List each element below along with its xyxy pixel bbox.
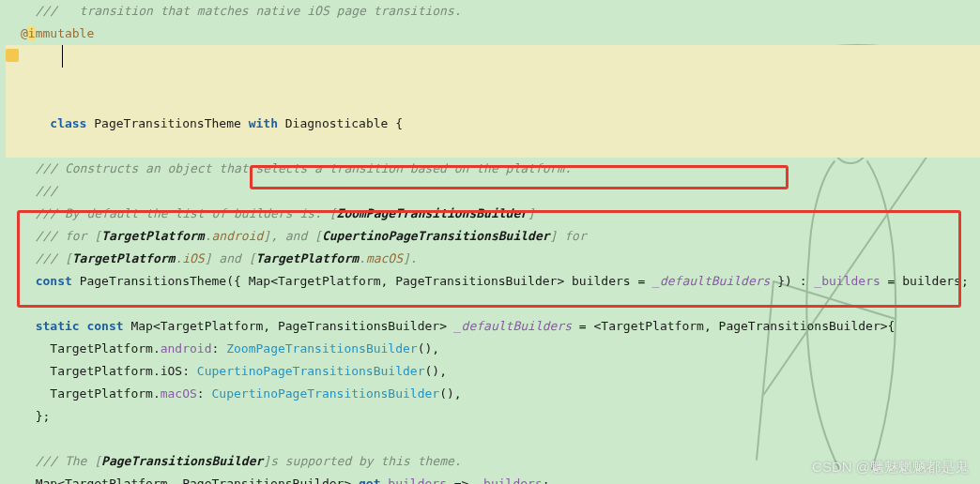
keyword-const: const xyxy=(36,274,72,288)
class-ref: CupertinoPageTransitionsBuilder xyxy=(197,364,425,378)
keyword-static: static xyxy=(36,319,80,333)
doc-link[interactable]: ZoomPageTransitionsBuilder xyxy=(337,206,528,220)
code-line: TargetPlatform.android: ZoomPageTransiti… xyxy=(6,338,980,360)
private-ref: _defaultBuilders xyxy=(652,274,770,288)
code-line-current: class PageTransitionsTheme with Diagnost… xyxy=(6,45,980,158)
private-ref: _defaultBuilders xyxy=(454,319,572,333)
code-line: /// [TargetPlatform.iOS] and [TargetPlat… xyxy=(6,248,980,270)
class-ref: ZoomPageTransitionsBuilder xyxy=(226,341,418,355)
code-line: /// for [TargetPlatform.android], and [C… xyxy=(6,225,980,248)
code-line-blank xyxy=(6,428,980,450)
doc-link[interactable]: TargetPlatform xyxy=(255,251,359,265)
gutter-warning-icon[interactable] xyxy=(6,49,19,62)
keyword-get: get xyxy=(359,476,380,484)
doc-link[interactable]: CupertinoPageTransitionsBuilder xyxy=(322,229,550,243)
code-line: /// By default the list of builders is: … xyxy=(6,203,980,225)
code-line: /// The [PageTransitionsBuilder]s suppor… xyxy=(6,450,980,473)
doc-comment: /// xyxy=(36,184,57,198)
code-line: @immutable xyxy=(6,23,980,45)
doc-comment: /// By default the list of builders is: xyxy=(36,206,329,220)
code-line: TargetPlatform.macOS: CupertinoPageTrans… xyxy=(6,383,980,405)
doc-link[interactable]: PageTransitionsBuilder xyxy=(101,454,263,468)
code-editor[interactable]: /// transition that matches native iOS p… xyxy=(0,0,980,484)
doc-comment: /// Constructs an object that selects a … xyxy=(36,161,572,175)
doc-comment: /// transition that matches native iOS p… xyxy=(36,4,462,18)
doc-link[interactable]: macOS xyxy=(366,251,403,265)
code-line: /// Constructs an object that selects a … xyxy=(6,158,980,180)
code-line: TargetPlatform.iOS: CupertinoPageTransit… xyxy=(6,360,980,383)
code-line: Map<TargetPlatform, PageTransitionsBuild… xyxy=(6,473,980,484)
doc-link[interactable]: TargetPlatform xyxy=(101,229,205,243)
code-line: /// transition that matches native iOS p… xyxy=(6,0,980,23)
code-line: }; xyxy=(6,405,980,428)
doc-link[interactable]: android xyxy=(212,229,264,243)
doc-link[interactable]: TargetPlatform xyxy=(72,251,176,265)
keyword-class: class xyxy=(50,116,86,130)
mixin-name: Diagnosticable xyxy=(285,116,389,130)
code-line-blank xyxy=(6,293,980,315)
code-line: static const Map<TargetPlatform, PageTra… xyxy=(6,315,980,338)
doc-link[interactable]: iOS xyxy=(182,251,204,265)
annotation-immutable: @immutable xyxy=(21,26,94,40)
code-line: /// xyxy=(6,180,980,203)
code-line: const PageTransitionsTheme({ Map<TargetP… xyxy=(6,270,980,293)
keyword-with: with xyxy=(249,116,278,130)
class-ref: CupertinoPageTransitionsBuilder xyxy=(212,386,440,401)
text-caret xyxy=(62,45,63,68)
class-name: PageTransitionsTheme xyxy=(94,116,241,130)
keyword-const: const xyxy=(86,319,123,333)
